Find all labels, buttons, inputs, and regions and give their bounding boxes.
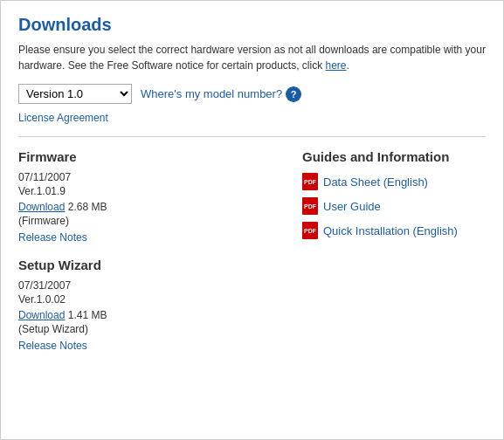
firmware-release-notes-link[interactable]: Release Notes — [18, 231, 87, 244]
firmware-section-title: Firmware — [18, 149, 276, 164]
guides-title: Guides and Information — [302, 149, 486, 164]
pdf-icon-quickinstall: PDF — [302, 222, 318, 239]
setup-wizard-date: 07/31/2007 — [18, 279, 276, 292]
guide-item-quickinstall: PDF Quick Installation (English) — [302, 222, 486, 239]
page-title: Downloads — [18, 15, 486, 35]
question-icon: ? — [286, 86, 301, 102]
firmware-download-line: Download 2.68 MB — [18, 201, 276, 213]
version-select[interactable]: Version 1.0 Version 2.0 Version 3.0 — [18, 84, 132, 104]
datasheet-link[interactable]: Data Sheet (English) — [323, 175, 428, 189]
firmware-block: 07/11/2007 Ver.1.01.9 Download 2.68 MB (… — [18, 171, 276, 244]
pdf-icon-datasheet: PDF — [302, 173, 318, 190]
setup-wizard-section-title: Setup Wizard — [18, 258, 276, 272]
guide-item-userguide: PDF User Guide — [302, 197, 486, 215]
divider — [18, 136, 486, 137]
firmware-version: Ver.1.01.9 — [18, 185, 276, 197]
setup-wizard-block: 07/31/2007 Ver.1.0.02 Download 1.41 MB (… — [18, 279, 276, 352]
firmware-download-link[interactable]: Download — [18, 201, 65, 213]
firmware-release-notes: Release Notes — [18, 230, 276, 244]
content-columns: Firmware 07/11/2007 Ver.1.01.9 Download … — [18, 149, 486, 366]
left-column: Firmware 07/11/2007 Ver.1.01.9 Download … — [18, 149, 293, 366]
firmware-item-label: (Firmware) — [18, 215, 276, 227]
setup-wizard-item-label: (Setup Wizard) — [18, 323, 276, 335]
setup-wizard-release-notes: Release Notes — [18, 339, 276, 352]
guide-item-datasheet: PDF Data Sheet (English) — [302, 173, 486, 190]
firmware-date: 07/11/2007 — [18, 171, 276, 183]
page-wrapper: Downloads Please ensure you select the c… — [0, 0, 504, 440]
setup-wizard-download-link[interactable]: Download — [18, 309, 65, 321]
setup-wizard-release-notes-link[interactable]: Release Notes — [18, 340, 87, 352]
where-model-link[interactable]: Where's my model number? ? — [141, 86, 301, 102]
right-column: Guides and Information PDF Data Sheet (E… — [293, 149, 486, 366]
setup-wizard-download-line: Download 1.41 MB — [18, 309, 276, 321]
setup-wizard-version: Ver.1.0.02 — [18, 293, 276, 306]
license-agreement-link[interactable]: License Agreement — [18, 112, 108, 124]
here-link[interactable]: here — [326, 59, 347, 72]
userguide-link[interactable]: User Guide — [323, 200, 381, 213]
intro-text: Please ensure you select the correct har… — [18, 42, 486, 73]
pdf-icon-userguide: PDF — [302, 197, 318, 215]
version-row: Version 1.0 Version 2.0 Version 3.0 Wher… — [18, 84, 486, 104]
quickinstall-link[interactable]: Quick Installation (English) — [323, 224, 458, 237]
